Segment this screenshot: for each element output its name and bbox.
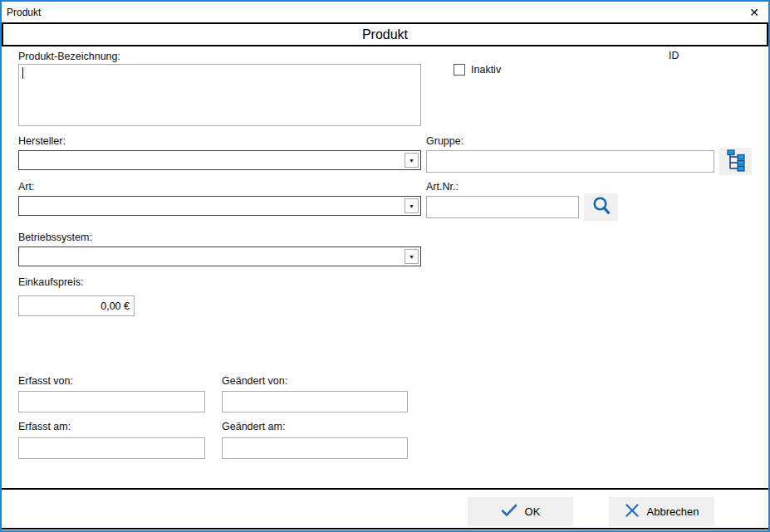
geaendert-am-label: Geändert am: bbox=[222, 421, 285, 432]
ok-button[interactable]: OK bbox=[468, 497, 573, 526]
einkaufspreis-label: Einkaufspreis: bbox=[18, 276, 84, 288]
footer-bar: OK Abbrechen bbox=[2, 488, 768, 530]
ok-button-label: OK bbox=[525, 505, 541, 518]
hersteller-label: Hersteller: bbox=[18, 135, 66, 147]
art-nr-label: Art.Nr.: bbox=[426, 181, 459, 193]
gruppe-label: Gruppe: bbox=[426, 135, 463, 147]
close-icon[interactable]: ✕ bbox=[740, 2, 768, 22]
betriebssystem-label: Betriebssystem: bbox=[18, 232, 92, 243]
header-banner: Produkt bbox=[2, 22, 768, 46]
erfasst-am-input[interactable] bbox=[18, 437, 205, 459]
hersteller-combobox[interactable]: ▼ bbox=[18, 150, 421, 170]
geaendert-von-input[interactable] bbox=[222, 391, 408, 412]
erfasst-am-label: Erfasst am: bbox=[18, 421, 71, 432]
erfasst-von-input[interactable] bbox=[18, 391, 205, 412]
chevron-down-icon[interactable]: ▼ bbox=[405, 249, 419, 264]
text-caret bbox=[22, 67, 23, 79]
search-icon bbox=[591, 195, 612, 219]
inaktiv-checkbox[interactable] bbox=[454, 64, 465, 76]
gruppe-input[interactable] bbox=[426, 150, 714, 173]
cancel-button[interactable]: Abbrechen bbox=[609, 497, 714, 526]
produkt-dialog: Produkt ✕ Produkt Produkt-Bezeichnung: I… bbox=[0, 0, 770, 532]
erfasst-von-label: Erfasst von: bbox=[18, 375, 73, 387]
chevron-down-icon[interactable]: ▼ bbox=[405, 153, 419, 168]
cancel-button-label: Abbrechen bbox=[647, 505, 699, 518]
page-title: Produkt bbox=[362, 27, 408, 42]
art-label: Art: bbox=[18, 181, 34, 193]
art-combobox[interactable]: ▼ bbox=[18, 196, 421, 216]
produkt-bezeichnung-textarea[interactable] bbox=[18, 64, 421, 126]
art-nr-input[interactable] bbox=[426, 196, 579, 218]
check-icon bbox=[501, 504, 517, 520]
einkaufspreis-input[interactable] bbox=[18, 295, 135, 316]
inaktiv-checkbox-row[interactable]: Inaktiv bbox=[454, 64, 501, 76]
chevron-down-icon[interactable]: ▼ bbox=[405, 198, 419, 213]
geaendert-am-input[interactable] bbox=[222, 437, 408, 459]
art-nr-search-button[interactable] bbox=[584, 193, 618, 221]
inaktiv-label: Inaktiv bbox=[471, 64, 501, 76]
betriebssystem-combobox[interactable]: ▼ bbox=[18, 246, 421, 266]
id-label: ID bbox=[669, 50, 679, 61]
window-title: Produkt bbox=[2, 7, 41, 18]
gruppe-tree-button[interactable] bbox=[719, 148, 752, 175]
x-icon bbox=[625, 503, 640, 520]
tree-icon bbox=[726, 149, 746, 174]
titlebar[interactable]: Produkt ✕ bbox=[2, 2, 768, 22]
produkt-bezeichnung-label: Produkt-Bezeichnung: bbox=[18, 51, 120, 62]
geaendert-von-label: Geändert von: bbox=[222, 375, 287, 387]
